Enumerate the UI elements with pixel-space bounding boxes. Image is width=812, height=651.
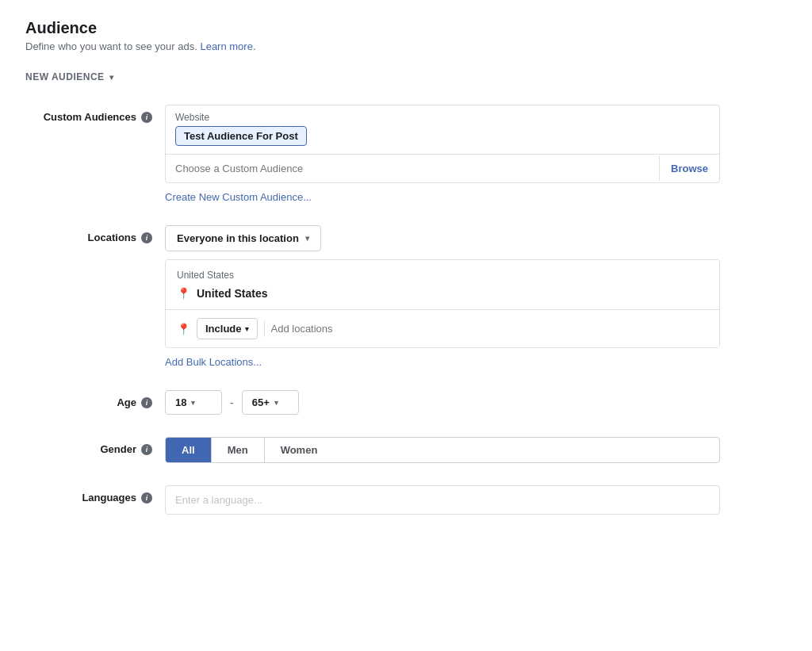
page-title: Audience [25, 19, 787, 37]
languages-input[interactable] [165, 485, 720, 515]
choose-audience-row: Browse [166, 154, 719, 182]
custom-audiences-row: Custom Audiences i Website Test Audience… [25, 105, 787, 203]
gender-content: All Men Women [165, 437, 720, 463]
gender-all-button[interactable]: All [166, 438, 212, 462]
include-dropdown-button[interactable]: Include ▾ [197, 318, 258, 339]
age-to-caret-icon: ▾ [274, 399, 278, 407]
audience-tag[interactable]: Test Audience For Post [175, 126, 307, 146]
new-audience-label: NEW AUDIENCE [25, 71, 105, 82]
audience-tag-area: Website Test Audience For Post [166, 105, 719, 154]
chevron-down-icon: ▾ [109, 73, 114, 82]
age-content: 18 ▾ - 65+ ▾ [165, 390, 720, 415]
age-from-value: 18 [175, 396, 186, 408]
custom-audiences-label: Custom Audiences i [25, 105, 152, 123]
new-audience-button[interactable]: NEW AUDIENCE ▾ [25, 71, 113, 82]
choose-audience-input[interactable] [166, 155, 659, 182]
age-from-caret-icon: ▾ [191, 399, 195, 407]
age-from-dropdown[interactable]: 18 ▾ [165, 390, 222, 415]
audience-form: Custom Audiences i Website Test Audience… [25, 105, 787, 515]
languages-row: Languages i [25, 485, 787, 515]
languages-label: Languages i [25, 485, 152, 504]
locations-row: Locations i Everyone in this location ▾ … [25, 225, 787, 368]
location-add-row: 📍 Include ▾ [166, 310, 719, 347]
gender-men-button[interactable]: Men [212, 438, 265, 462]
audience-source: Website [175, 112, 710, 123]
browse-button[interactable]: Browse [659, 156, 719, 181]
custom-audiences-box: Website Test Audience For Post Browse [165, 105, 720, 183]
age-dash: - [230, 396, 234, 409]
gender-label: Gender i [25, 437, 152, 455]
add-bulk-locations-link[interactable]: Add Bulk Locations... [165, 356, 720, 368]
add-location-input[interactable] [271, 323, 708, 335]
custom-audiences-info-icon[interactable]: i [141, 112, 152, 123]
locations-info-icon[interactable]: i [141, 232, 152, 243]
gender-women-button[interactable]: Women [265, 438, 334, 462]
age-label: Age i [25, 390, 152, 408]
age-row: Age i 18 ▾ - 65+ ▾ [25, 390, 787, 415]
learn-more-link[interactable]: Learn more. [200, 40, 255, 52]
include-label: Include [205, 323, 242, 335]
location-tag: 📍 United States [177, 287, 708, 300]
location-divider [264, 321, 265, 337]
age-to-dropdown[interactable]: 65+ ▾ [242, 390, 299, 415]
page-subtitle: Define who you want to see your ads. Lea… [25, 40, 787, 52]
gender-row: Gender i All Men Women [25, 437, 787, 463]
location-hint: United States [177, 270, 708, 281]
include-caret-icon: ▾ [245, 325, 249, 333]
location-type-dropdown[interactable]: Everyone in this location ▾ [165, 225, 321, 251]
age-info-icon[interactable]: i [141, 397, 152, 408]
age-to-value: 65+ [252, 396, 270, 408]
create-custom-audience-link[interactable]: Create New Custom Audience... [165, 191, 720, 203]
languages-info-icon[interactable]: i [141, 492, 152, 504]
gender-selector: All Men Women [165, 437, 720, 463]
age-selector: 18 ▾ - 65+ ▾ [165, 390, 720, 415]
location-type-label: Everyone in this location [177, 232, 299, 244]
locations-content: Everyone in this location ▾ United State… [165, 225, 720, 368]
new-audience-row: NEW AUDIENCE ▾ [25, 71, 787, 82]
location-box: United States 📍 United States 📍 Include … [165, 259, 720, 348]
caret-down-icon: ▾ [305, 234, 309, 243]
location-pin-icon-2: 📍 [177, 323, 190, 335]
custom-audiences-content: Website Test Audience For Post Browse Cr… [165, 105, 720, 203]
location-pin-icon: 📍 [177, 287, 190, 300]
locations-label: Locations i [25, 225, 152, 243]
languages-content [165, 485, 720, 515]
gender-info-icon[interactable]: i [141, 444, 152, 455]
location-selected-area: United States 📍 United States [166, 260, 719, 310]
selected-location: United States [197, 287, 267, 300]
